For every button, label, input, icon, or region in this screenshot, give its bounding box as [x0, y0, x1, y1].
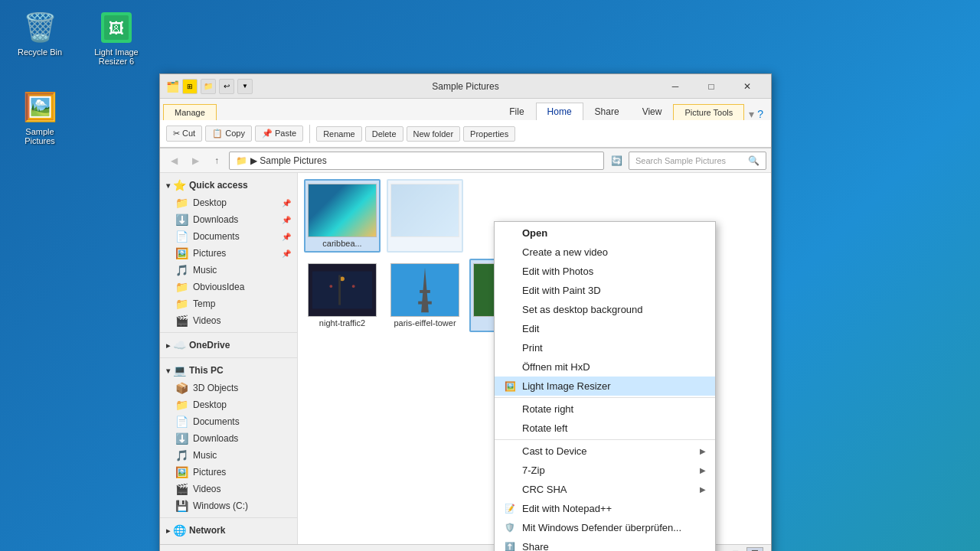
- sidebar-item-downloads-label: Downloads: [193, 214, 238, 225]
- sidebar-item-obviousidea-label: ObviousIdea: [193, 282, 244, 292]
- sidebar: ▾ ⭐ Quick access 📁 Desktop 📌 ⬇️ Download…: [160, 173, 298, 544]
- file-name-caribbean: caribbea...: [322, 239, 361, 248]
- ctx-crc-sha[interactable]: CRC SHA ▶: [495, 480, 715, 499]
- sidebar-item-music2[interactable]: 🎵 Music: [160, 447, 297, 464]
- sidebar-item-pictures[interactable]: 🖼️ Pictures 📌: [160, 245, 297, 262]
- ribbon-rename-btn[interactable]: Rename: [316, 126, 362, 142]
- tab-file[interactable]: File: [498, 103, 535, 120]
- svg-point-6: [329, 285, 332, 288]
- file-thumbnail-caribbean: [308, 184, 377, 237]
- sidebar-item-downloads2[interactable]: ⬇️ Downloads: [160, 430, 297, 447]
- ctx-share[interactable]: ⬆️ Share: [495, 537, 715, 551]
- sidebar-item-windows-c[interactable]: 💾 Windows (C:): [160, 497, 297, 514]
- help-icon[interactable]: ?: [757, 108, 763, 120]
- view-grid-button[interactable]: ⊞: [727, 547, 743, 552]
- ctx-print[interactable]: Print: [495, 338, 715, 357]
- ctx-cast-to-device[interactable]: Cast to Device ▶: [495, 442, 715, 461]
- sidebar-item-documents2[interactable]: 📄 Documents: [160, 413, 297, 430]
- ctx-edit-notepad[interactable]: 📝 Edit with Notepad++: [495, 499, 715, 518]
- sidebar-item-desktop-label: Desktop: [193, 197, 227, 208]
- sidebar-item-pictures2[interactable]: 🖼️ Pictures: [160, 464, 297, 481]
- sidebar-item-desktop2[interactable]: 📁 Desktop: [160, 396, 297, 413]
- ribbon-new-folder-btn[interactable]: New folder: [407, 126, 461, 142]
- file-name-eiffel: paris-eiffel-tower: [394, 318, 456, 328]
- qat-undo[interactable]: ↩: [219, 79, 234, 94]
- ctx-desktop-bg-label: Set as desktop background: [522, 304, 643, 315]
- sidebar-item-videos2[interactable]: 🎬 Videos: [160, 481, 297, 497]
- maximize-button[interactable]: □: [694, 76, 729, 97]
- ctx-create-new-video[interactable]: Create a new video: [495, 243, 715, 262]
- sidebar-divider-1: [160, 332, 297, 333]
- ctx-windows-defender[interactable]: 🛡️ Mit Windows Defender überprüfen...: [495, 518, 715, 537]
- ctx-edit-with-photos[interactable]: Edit with Photos: [495, 262, 715, 281]
- forward-button[interactable]: ▶: [186, 152, 204, 170]
- desktop2-icon: 📁: [175, 399, 188, 411]
- minimize-button[interactable]: ─: [658, 76, 693, 97]
- tab-share[interactable]: Share: [583, 103, 631, 120]
- pictures-icon: 🖼️: [175, 247, 188, 259]
- ctx-edit-paint-3d[interactable]: Edit with Paint 3D: [495, 281, 715, 300]
- ribbon-copy-btn[interactable]: 📋 Copy: [205, 126, 252, 142]
- sidebar-item-documents[interactable]: 📄 Documents 📌: [160, 228, 297, 245]
- ctx-edit[interactable]: Edit: [495, 319, 715, 338]
- chevron-down-icon-pc: ▾: [166, 367, 170, 375]
- chevron-right-icon: ▸: [166, 341, 170, 350]
- sidebar-item-desktop[interactable]: 📁 Desktop 📌: [160, 194, 297, 211]
- sidebar-item-documents-label: Documents: [193, 231, 240, 242]
- ribbon-paste-btn[interactable]: 📌 Paste: [255, 126, 303, 142]
- back-button[interactable]: ◀: [165, 152, 183, 170]
- sidebar-item-temp[interactable]: 📁 Temp: [160, 295, 297, 312]
- ribbon-properties-btn[interactable]: Properties: [463, 126, 515, 142]
- ctx-set-desktop-bg[interactable]: Set as desktop background: [495, 300, 715, 319]
- sidebar-item-obviousidea[interactable]: 📁 ObviousIdea: [160, 279, 297, 295]
- sidebar-item-videos-label: Videos: [193, 315, 220, 326]
- qat-properties[interactable]: ⊞: [182, 79, 198, 94]
- file-item-caribbean[interactable]: caribbea...: [304, 179, 381, 253]
- svg-rect-8: [338, 275, 341, 305]
- sidebar-item-downloads[interactable]: ⬇️ Downloads 📌: [160, 211, 297, 228]
- ctx-crc-arrow: ▶: [700, 485, 706, 494]
- sidebar-item-videos[interactable]: 🎬 Videos: [160, 312, 297, 329]
- desktop-icon-recycle-bin[interactable]: 🗑️ Recycle Bin: [9, 6, 70, 60]
- file-item-blue[interactable]: [387, 179, 463, 253]
- ctx-7zip[interactable]: 7-Zip ▶: [495, 461, 715, 480]
- ribbon-collapse-btn[interactable]: ▾: [749, 108, 754, 120]
- ctx-print-label: Print: [522, 342, 543, 354]
- close-button[interactable]: ✕: [730, 76, 765, 97]
- ctx-open[interactable]: Open: [495, 223, 715, 243]
- view-list-button[interactable]: ☰: [746, 547, 763, 552]
- ctx-rotate-left[interactable]: Rotate left: [495, 419, 715, 438]
- sidebar-item-music[interactable]: 🎵 Music: [160, 262, 297, 279]
- ribbon-cut-btn[interactable]: ✂ Cut: [166, 126, 202, 142]
- file-item-eiffel[interactable]: paris-eiffel-tower: [387, 259, 463, 332]
- qat-dropdown[interactable]: ▼: [237, 79, 253, 94]
- search-box[interactable]: Search Sample Pictures 🔍: [629, 152, 766, 170]
- ctx-crc-label: CRC SHA: [522, 484, 567, 495]
- sidebar-section-quick-access[interactable]: ▾ ⭐ Quick access: [160, 176, 297, 194]
- desktop-icon-sample-pictures[interactable]: 🖼️ Sample Pictures: [9, 86, 70, 148]
- ribbon-delete-btn[interactable]: Delete: [365, 126, 403, 142]
- ctx-offnen-hxd[interactable]: Öffnen mit HxD: [495, 357, 715, 377]
- refresh-button[interactable]: 🔄: [607, 152, 626, 170]
- sidebar-item-windows-c-label: Windows (C:): [193, 500, 248, 511]
- ctx-notepad-icon: 📝: [502, 504, 518, 514]
- tab-home[interactable]: Home: [536, 103, 583, 120]
- ctx-light-image-resizer[interactable]: 🖼️ Light Image Resizer: [495, 377, 715, 396]
- address-path[interactable]: 📁 ▶ Sample Pictures: [229, 152, 604, 170]
- sidebar-section-onedrive[interactable]: ▸ ☁️ OneDrive: [160, 336, 297, 354]
- sidebar-section-network[interactable]: ▸ 🌐 Network: [160, 521, 297, 540]
- folder-icon: 📁: [175, 197, 188, 209]
- sidebar-item-3d-objects[interactable]: 📦 3D Objects: [160, 380, 297, 396]
- tab-view[interactable]: View: [631, 103, 674, 120]
- desktop-icon-light-image-resizer[interactable]: 🖼 Light Image Resizer 6: [86, 6, 147, 69]
- network-label: Network: [189, 525, 225, 536]
- ctx-rotate-right[interactable]: Rotate right: [495, 399, 715, 419]
- qat-new-folder[interactable]: 📁: [201, 79, 216, 94]
- sidebar-section-thispc[interactable]: ▾ 💻 This PC: [160, 361, 297, 380]
- ribbon-divider: [309, 125, 310, 143]
- up-button[interactable]: ↑: [207, 152, 226, 170]
- tab-picture-tools[interactable]: Picture Tools: [673, 104, 744, 120]
- file-item-night-traffic[interactable]: night-traffic2: [304, 259, 381, 332]
- sidebar-item-pictures-label: Pictures: [193, 248, 226, 259]
- tab-manage[interactable]: Manage: [163, 104, 217, 120]
